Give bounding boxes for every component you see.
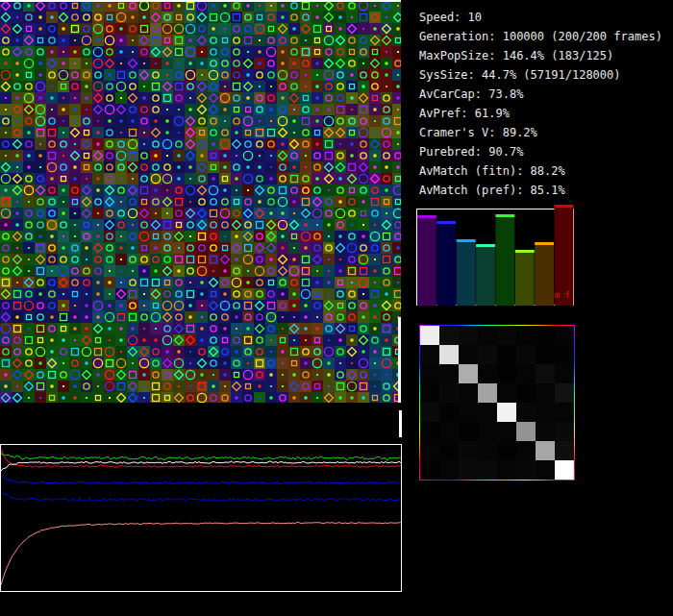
horizontal-slider-thumb[interactable]: [399, 410, 402, 437]
stat-avmatch-fitn: AvMatch (fitn): 88.2%: [419, 161, 662, 181]
population-grid-panel: [0, 0, 401, 403]
stat-avmatch-pref: AvMatch (pref): 85.1%: [419, 181, 662, 200]
simulation-app: Speed: 10 Generation: 100000 (200/200 fr…: [0, 0, 673, 616]
population-grid: [0, 0, 401, 403]
stat-purebred: Purebred: 90.7%: [419, 142, 662, 161]
stat-generation: Generation: 100000 (200/200 frames): [419, 27, 662, 46]
species-histogram: [413, 202, 577, 309]
stats-panel: Speed: 10 Generation: 100000 (200/200 fr…: [419, 8, 662, 200]
horizontal-slider-track[interactable]: [0, 0, 401, 2]
stat-avcarcap: AvCarCap: 73.8%: [419, 85, 662, 104]
history-chart: [1, 445, 401, 591]
stat-speed: Speed: 10: [419, 8, 662, 27]
stat-maxpopsize: MaxPopSize: 146.4% (183/125): [419, 46, 662, 65]
stat-avpref: AvPref: 61.9%: [419, 104, 662, 123]
stat-cramers-v: Cramer's V: 89.2%: [419, 123, 662, 142]
interaction-matrix: [415, 321, 577, 482]
history-chart-frame: [0, 444, 402, 592]
vertical-scrollbar-thumb[interactable]: [398, 317, 401, 403]
stat-syssize: SysSize: 44.7% (57191/128000): [419, 65, 662, 85]
